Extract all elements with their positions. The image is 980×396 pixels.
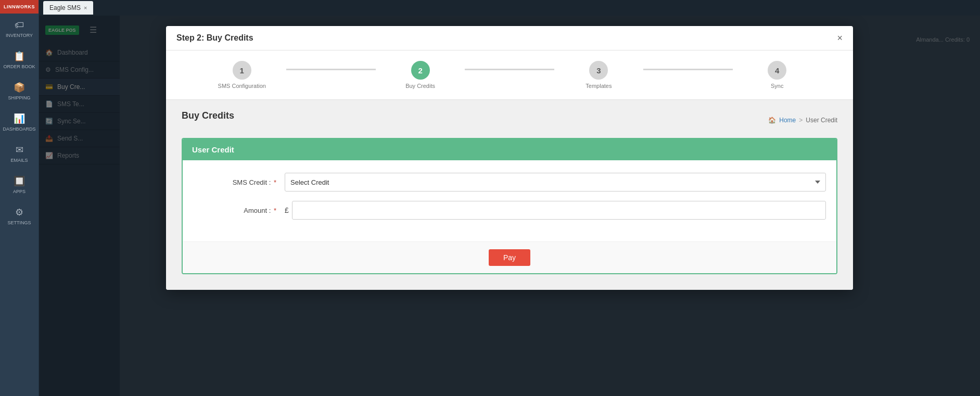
pay-button[interactable]: Pay bbox=[489, 249, 530, 266]
amount-label: Amount : * bbox=[193, 207, 276, 214]
step-1-circle: 1 bbox=[233, 61, 251, 80]
breadcrumb: 🏠 Home > User Credit bbox=[768, 117, 837, 124]
sidebar-item-dashboards[interactable]: 📊 DASHBOARDS bbox=[0, 107, 39, 138]
sidebar-item-label: DASHBOARDS bbox=[3, 126, 35, 132]
amount-wrapper: £ bbox=[285, 201, 826, 220]
breadcrumb-current: User Credit bbox=[806, 117, 837, 124]
stepper: 1 SMS Configuration 2 Buy Credits bbox=[166, 50, 853, 100]
step-4-label: Sync bbox=[771, 83, 783, 89]
sidebar-item-label: ORDER BOOK bbox=[3, 64, 35, 69]
modal-body: Buy Credits 🏠 Home > User Credit User Cr… bbox=[166, 100, 853, 290]
card-header: User Credit bbox=[183, 139, 836, 160]
sidebar-item-inventory[interactable]: 🏷 INVENTORY bbox=[0, 14, 39, 44]
step-4-circle: 4 bbox=[768, 61, 786, 80]
modal: Step 2: Buy Credits × 1 SMS Configuratio… bbox=[166, 26, 853, 290]
modal-close-button[interactable]: × bbox=[837, 33, 843, 43]
tab-close-button[interactable]: × bbox=[84, 5, 87, 11]
sidebar-item-label: EMAILS bbox=[10, 158, 28, 163]
home-icon: 🏠 bbox=[768, 117, 776, 124]
sidebar-item-order-book[interactable]: 📋 ORDER BOOK bbox=[0, 44, 39, 75]
sidebar-item-settings[interactable]: ⚙ SETTINGS bbox=[0, 200, 39, 232]
apps-icon: 🔲 bbox=[14, 175, 25, 187]
step-line-2 bbox=[465, 69, 554, 70]
amount-input[interactable] bbox=[292, 201, 826, 220]
sidebar-item-label: SETTINGS bbox=[7, 220, 31, 225]
modal-title: Step 2: Buy Credits bbox=[176, 33, 253, 43]
amount-row: Amount : * £ bbox=[193, 201, 826, 220]
breadcrumb-home-link[interactable]: Home bbox=[779, 117, 796, 124]
sidebar-item-emails[interactable]: ✉ EMAILS bbox=[0, 138, 39, 169]
sidebar-item-label: INVENTORY bbox=[6, 33, 33, 38]
sidebar-item-label: SHIPPING bbox=[8, 95, 30, 100]
step-2: 2 Buy Credits bbox=[376, 61, 465, 89]
step-3: 3 Templates bbox=[554, 61, 643, 89]
sidebar-item-shipping[interactable]: 📦 SHIPPING bbox=[0, 75, 39, 107]
sidebar-item-apps[interactable]: 🔲 APPS bbox=[0, 169, 39, 200]
step-line-1 bbox=[286, 69, 375, 70]
orderbook-icon: 📋 bbox=[14, 50, 25, 62]
main-area: Eagle SMS × EAGLE POS ☰ 🏠 Dashboard ⚙ SM… bbox=[39, 0, 980, 396]
dashboards-icon: 📊 bbox=[14, 113, 25, 124]
card-footer: Pay bbox=[183, 241, 836, 273]
emails-icon: ✉ bbox=[16, 144, 23, 156]
step-3-label: Templates bbox=[586, 83, 612, 89]
tab-bar: Eagle SMS × bbox=[39, 0, 980, 16]
step-line-3 bbox=[643, 69, 732, 70]
step-1-label: SMS Configuration bbox=[218, 83, 266, 89]
sms-credit-label: SMS Credit : * bbox=[193, 178, 276, 186]
required-mark: * bbox=[274, 178, 276, 186]
breadcrumb-bar: Buy Credits 🏠 Home > User Credit bbox=[182, 110, 837, 130]
currency-prefix: £ bbox=[285, 206, 289, 214]
modal-overlay: Step 2: Buy Credits × 1 SMS Configuratio… bbox=[39, 16, 980, 396]
settings-icon: ⚙ bbox=[15, 207, 23, 218]
card-body: SMS Credit : * Select Credit Amou bbox=[183, 160, 836, 241]
step-4: 4 Sync bbox=[733, 61, 822, 89]
step-2-label: Buy Credits bbox=[405, 83, 435, 89]
shipping-icon: 📦 bbox=[14, 82, 25, 93]
eagle-sms-tab[interactable]: Eagle SMS × bbox=[43, 1, 93, 15]
breadcrumb-separator: > bbox=[799, 117, 803, 124]
inventory-icon: 🏷 bbox=[15, 20, 24, 31]
section-title: Buy Credits bbox=[182, 110, 234, 121]
step-2-circle: 2 bbox=[411, 61, 430, 80]
brand-label: LINNWORKS bbox=[0, 0, 39, 14]
sidebar-item-label: APPS bbox=[13, 189, 26, 194]
step-1: 1 SMS Configuration bbox=[197, 61, 286, 89]
content-area: EAGLE POS ☰ 🏠 Dashboard ⚙ SMS Config... … bbox=[39, 16, 980, 396]
sms-credit-select[interactable]: Select Credit bbox=[285, 173, 826, 191]
amount-required-mark: * bbox=[274, 207, 276, 214]
user-credit-card: User Credit SMS Credit : * Select Credit bbox=[182, 138, 837, 274]
sidebar: LINNWORKS 🏷 INVENTORY 📋 ORDER BOOK 📦 SHI… bbox=[0, 0, 39, 396]
sms-credit-row: SMS Credit : * Select Credit bbox=[193, 173, 826, 191]
modal-header: Step 2: Buy Credits × bbox=[166, 26, 853, 50]
tab-label: Eagle SMS bbox=[49, 4, 81, 11]
step-3-circle: 3 bbox=[589, 61, 608, 80]
